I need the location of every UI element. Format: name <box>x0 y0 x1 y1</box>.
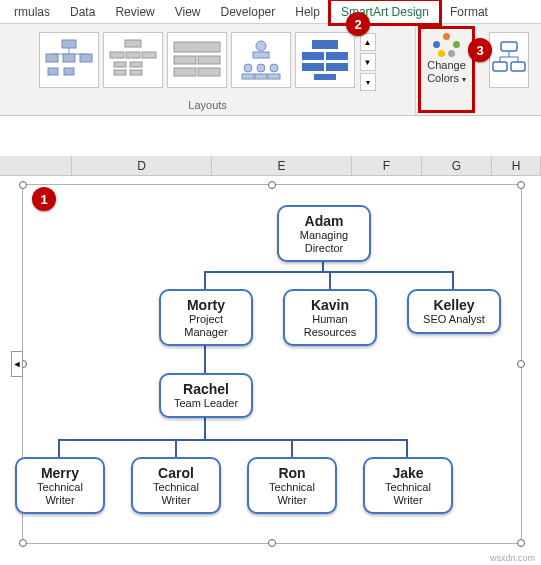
connector <box>204 271 206 289</box>
svg-rect-19 <box>174 68 196 76</box>
layouts-scroll-down[interactable]: ▼ <box>360 53 376 71</box>
callout-1: 1 <box>32 187 56 211</box>
layouts-scroll: ▲ ▼ ▾ <box>359 32 377 92</box>
change-colors-button[interactable]: ChangeColors ▾ <box>427 33 466 85</box>
node-role: Human Resources <box>293 313 367 338</box>
col-header-d[interactable]: D <box>72 156 212 175</box>
tab-review[interactable]: Review <box>105 1 164 23</box>
node-name: Morty <box>169 297 243 313</box>
callout-3: 3 <box>468 38 492 62</box>
layout-option-1[interactable] <box>39 32 99 88</box>
svg-rect-18 <box>198 56 220 64</box>
col-header-h[interactable]: H <box>492 156 541 175</box>
layouts-scroll-up[interactable]: ▲ <box>360 33 376 51</box>
col-header-blank[interactable] <box>0 156 72 175</box>
svg-rect-26 <box>242 74 254 79</box>
org-node-kavin[interactable]: Kavin Human Resources <box>283 289 377 346</box>
connector <box>175 439 177 457</box>
svg-point-24 <box>257 64 265 72</box>
svg-rect-9 <box>110 52 124 58</box>
connector <box>204 417 206 439</box>
svg-point-21 <box>256 41 266 51</box>
connector <box>204 345 206 373</box>
svg-rect-27 <box>255 74 267 79</box>
text-pane-toggle[interactable]: ◄ <box>11 351 23 377</box>
org-node-jake[interactable]: Jake Technical Writer <box>363 457 453 514</box>
node-name: Ron <box>257 465 327 481</box>
svg-rect-31 <box>326 52 348 60</box>
node-name: Kavin <box>293 297 367 313</box>
svg-rect-11 <box>142 52 156 58</box>
layout-option-5[interactable] <box>295 32 355 88</box>
col-header-f[interactable]: F <box>352 156 422 175</box>
svg-point-23 <box>244 64 252 72</box>
layout-option-4[interactable] <box>231 32 291 88</box>
svg-rect-10 <box>126 52 140 58</box>
svg-rect-3 <box>46 54 58 62</box>
resize-handle-mr[interactable] <box>517 360 525 368</box>
column-headers: D E F G H <box>0 156 541 176</box>
node-role: Project Manager <box>169 313 243 338</box>
tab-help[interactable]: Help <box>285 1 330 23</box>
watermark: wsxdn.com <box>490 553 535 563</box>
tab-developer[interactable]: Developer <box>211 1 286 23</box>
svg-rect-20 <box>198 68 220 76</box>
connector <box>58 439 408 441</box>
node-name: Rachel <box>169 381 243 397</box>
col-header-e[interactable]: E <box>212 156 352 175</box>
col-header-g[interactable]: G <box>422 156 492 175</box>
node-role: Technical Writer <box>257 481 327 506</box>
resize-handle-tl[interactable] <box>19 181 27 189</box>
svg-rect-14 <box>114 70 126 75</box>
connector <box>58 439 60 457</box>
connector <box>452 271 454 289</box>
layouts-more[interactable]: ▾ <box>360 73 376 91</box>
svg-rect-8 <box>125 40 141 47</box>
resize-handle-tm[interactable] <box>268 181 276 189</box>
tab-data[interactable]: Data <box>60 1 105 23</box>
tab-view[interactable]: View <box>165 1 211 23</box>
resize-handle-br[interactable] <box>517 539 525 547</box>
node-name: Carol <box>141 465 211 481</box>
node-name: Kelley <box>417 297 491 313</box>
org-node-ron[interactable]: Ron Technical Writer <box>247 457 337 514</box>
connector <box>291 439 293 457</box>
svg-rect-32 <box>302 63 324 71</box>
svg-rect-12 <box>114 62 126 67</box>
sheet-area: 1 ◄ Adam Managing Director Morty Project <box>0 176 541 556</box>
org-node-rachel[interactable]: Rachel Team Leader <box>159 373 253 418</box>
svg-point-25 <box>270 64 278 72</box>
svg-rect-22 <box>253 52 269 58</box>
org-node-merry[interactable]: Merry Technical Writer <box>15 457 105 514</box>
tab-smartart-design[interactable]: SmartArt Design <box>328 0 442 26</box>
change-colors-icon <box>433 33 461 57</box>
org-node-kelley[interactable]: Kelley SEO Analyst <box>407 289 501 334</box>
resize-handle-bl[interactable] <box>19 539 27 547</box>
node-name: Merry <box>25 465 95 481</box>
svg-rect-35 <box>501 42 517 51</box>
layout-option-3[interactable] <box>167 32 227 88</box>
callout-2: 2 <box>346 12 370 36</box>
org-node-morty[interactable]: Morty Project Manager <box>159 289 253 346</box>
layouts-group: ▲ ▼ ▾ Layouts <box>0 24 416 115</box>
layouts-gallery: ▲ ▼ ▾ <box>35 28 381 96</box>
node-role: Technical Writer <box>25 481 95 506</box>
svg-rect-37 <box>511 62 525 71</box>
layout-option-2[interactable] <box>103 32 163 88</box>
svg-rect-16 <box>174 42 220 52</box>
resize-handle-tr[interactable] <box>517 181 525 189</box>
tab-format[interactable]: Format <box>440 1 498 23</box>
svg-rect-7 <box>64 68 74 75</box>
org-node-adam[interactable]: Adam Managing Director <box>277 205 371 262</box>
smartart-container[interactable]: ◄ Adam Managing Director Morty Project M… <box>22 184 522 544</box>
tab-formulas[interactable]: rmulas <box>4 1 60 23</box>
node-name: Adam <box>287 213 361 229</box>
styles-gallery <box>485 28 533 92</box>
connector <box>329 271 331 289</box>
resize-handle-bm[interactable] <box>268 539 276 547</box>
org-node-carol[interactable]: Carol Technical Writer <box>131 457 221 514</box>
svg-rect-34 <box>314 74 336 80</box>
node-role: SEO Analyst <box>417 313 491 326</box>
change-colors-group: ChangeColors ▾ <box>418 26 475 113</box>
style-option-1[interactable] <box>489 32 529 88</box>
